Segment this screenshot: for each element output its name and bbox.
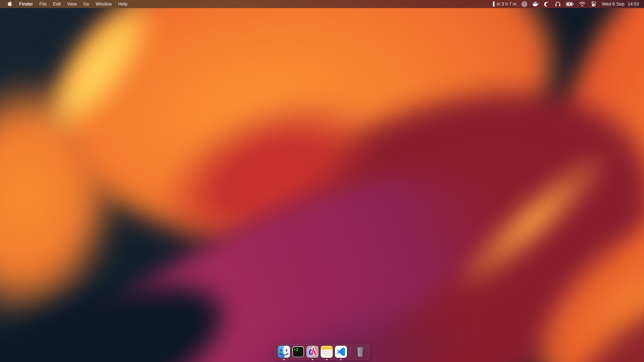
headphones-icon[interactable]	[552, 0, 563, 8]
dock-item-finder[interactable]	[278, 346, 290, 358]
dock-item-arc[interactable]	[306, 346, 318, 358]
menu-bar-left: Finder File Edit View Go Window Help	[0, 0, 131, 8]
menubar-clock[interactable]: Wed 6 Sep 14:53	[599, 1, 640, 7]
svg-text:$: $	[294, 348, 296, 351]
menu-item-window[interactable]: Window	[92, 0, 115, 8]
menu-bar: Finder File Edit View Go Window Help in …	[0, 0, 644, 8]
dock-item-vscode[interactable]	[335, 346, 347, 358]
menu-item-finder[interactable]: Finder	[16, 0, 36, 8]
running-indicator	[340, 359, 342, 360]
dock-separator	[350, 347, 351, 356]
timer-label: in 3 h 7 m	[497, 1, 517, 7]
apple-logo-icon	[8, 1, 12, 7]
focus-moon-icon[interactable]	[541, 0, 552, 8]
apple-menu[interactable]	[6, 1, 14, 7]
desktop-wallpaper	[0, 0, 644, 362]
wifi-icon[interactable]	[576, 0, 588, 8]
docker-icon[interactable]	[530, 0, 541, 8]
running-indicator	[312, 359, 313, 360]
password-manager-icon[interactable]	[519, 0, 530, 8]
dock-item-trash[interactable]	[354, 346, 366, 358]
dock: $	[274, 344, 370, 360]
menu-item-edit[interactable]: Edit	[50, 0, 64, 8]
control-center-icon[interactable]	[588, 0, 599, 8]
menu-item-go[interactable]: Go	[80, 0, 92, 8]
timer-pill-icon	[493, 1, 495, 7]
menu-item-view[interactable]: View	[64, 0, 80, 8]
desktop: Finder File Edit View Go Window Help in …	[0, 0, 644, 362]
menu-bar-status: in 3 h 7 m	[490, 0, 644, 8]
menu-item-help[interactable]: Help	[115, 0, 131, 8]
running-indicator	[283, 359, 284, 360]
dock-item-terminal[interactable]: $	[292, 346, 304, 358]
menubar-date: Wed 6 Sep	[602, 1, 624, 7]
menu-item-file[interactable]: File	[36, 0, 50, 8]
running-indicator	[326, 359, 327, 360]
menubar-time: 14:53	[628, 1, 639, 7]
battery-charging-icon[interactable]	[563, 0, 576, 8]
dock-item-notes[interactable]	[321, 346, 333, 358]
timer-status[interactable]: in 3 h 7 m	[490, 0, 519, 8]
